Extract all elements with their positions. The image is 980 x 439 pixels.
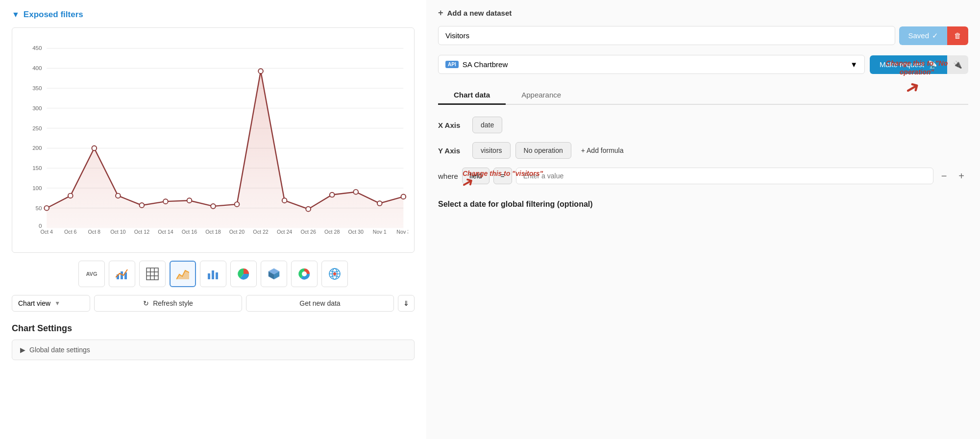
svg-rect-61 <box>208 273 210 279</box>
chart-type-bar-line-btn[interactable] <box>109 261 135 287</box>
tab-chart-data[interactable]: Chart data <box>438 86 506 104</box>
delete-button[interactable]: 🗑 <box>947 26 968 45</box>
svg-rect-63 <box>216 272 218 279</box>
svg-text:Oct 10: Oct 10 <box>110 229 125 235</box>
make-request-label: Make request <box>880 60 924 69</box>
refresh-label: Refresh style <box>153 299 193 307</box>
chart-view-label: Chart view <box>18 299 50 307</box>
add-condition-btn[interactable]: + <box>955 169 968 184</box>
chart-svg: 450 400 350 300 250 200 150 100 50 0 <box>18 36 408 242</box>
svg-text:Oct 30: Oct 30 <box>348 229 364 235</box>
svg-point-23 <box>116 194 121 198</box>
donut-icon <box>298 268 311 280</box>
chevron-double-down-icon: ⇓ <box>403 299 409 307</box>
chart-type-area-btn[interactable] <box>170 261 196 287</box>
y-axis-row: Y Axis visitors No operation + Add formu… <box>438 142 968 159</box>
chart-view-select[interactable]: Chart view ▼ <box>12 295 90 312</box>
x-axis-value: date <box>481 121 494 129</box>
equals-label: = <box>501 172 505 180</box>
request-options-button[interactable]: 🔌 <box>947 55 968 74</box>
svg-text:Oct 16: Oct 16 <box>182 229 197 235</box>
chart-type-avg-btn[interactable]: AVG <box>78 261 105 287</box>
globe-icon <box>328 268 341 280</box>
svg-text:Oct 18: Oct 18 <box>205 229 220 235</box>
make-request-group: Make request 📡 🔌 <box>870 55 968 74</box>
where-label: where <box>438 172 458 180</box>
svg-point-30 <box>282 198 287 203</box>
global-date-settings[interactable]: ▶ Global date settings <box>12 340 415 360</box>
annotation-arrow-icon: ➜ <box>902 76 923 99</box>
exposed-filters-title[interactable]: Exposed filters <box>24 10 83 20</box>
x-axis-label: X Axis <box>438 121 467 129</box>
chevron-down-icon: ▼ <box>54 300 60 307</box>
saved-button[interactable]: Saved ✓ <box>899 26 947 45</box>
chevron-right-icon: ▶ <box>20 346 25 354</box>
add-formula-btn[interactable]: + Add formula <box>576 143 629 158</box>
get-new-data-button[interactable]: Get new data <box>246 295 394 312</box>
svg-rect-62 <box>212 270 214 279</box>
chart-type-bar-btn[interactable] <box>200 261 226 287</box>
chart-data-section: X Axis date Y Axis visitors No operation… <box>438 117 968 209</box>
svg-text:0: 0 <box>39 222 42 229</box>
svg-text:Oct 6: Oct 6 <box>64 229 77 235</box>
exposed-filters-header: ▼ Exposed filters <box>12 10 415 20</box>
dataset-name-input[interactable] <box>438 26 895 45</box>
svg-text:200: 200 <box>32 145 42 151</box>
chart-type-table-btn[interactable] <box>139 261 166 287</box>
wifi-icon: 📡 <box>928 60 937 69</box>
api-source-row: API SA Chartbrew ▼ Make request 📡 🔌 <box>438 55 968 74</box>
refresh-style-button[interactable]: ↻ Refresh style <box>94 295 242 312</box>
svg-text:Oct 20: Oct 20 <box>229 229 245 235</box>
make-request-button[interactable]: Make request 📡 <box>870 55 947 74</box>
svg-point-34 <box>377 201 382 206</box>
value-input[interactable] <box>516 168 933 184</box>
svg-text:Oct 12: Oct 12 <box>134 229 149 235</box>
plug-icon: 🔌 <box>953 60 962 69</box>
svg-marker-19 <box>47 71 403 228</box>
global-date-label: Global date settings <box>29 346 90 354</box>
chart-type-3d-btn[interactable] <box>261 261 287 287</box>
filter-icon: ▼ <box>12 10 20 19</box>
checkmark-icon: ✓ <box>932 31 938 40</box>
pie-icon <box>237 268 250 280</box>
chart-type-buttons: AVG <box>12 261 415 287</box>
svg-point-31 <box>306 207 311 212</box>
avg-label: AVG <box>86 271 97 277</box>
x-axis-row: X Axis date <box>438 117 968 133</box>
svg-text:50: 50 <box>36 205 42 211</box>
svg-point-35 <box>401 195 406 199</box>
svg-text:Oct 8: Oct 8 <box>88 229 101 235</box>
svg-point-29 <box>258 69 263 73</box>
chart-type-pie-btn[interactable] <box>230 261 257 287</box>
tabs-row: Chart data Appearance Change this to "No… <box>438 86 968 105</box>
svg-point-20 <box>44 206 49 211</box>
dataset-row: Saved ✓ 🗑 <box>438 26 968 45</box>
area-icon <box>176 268 189 280</box>
field-label: field <box>469 172 482 180</box>
field-btn[interactable]: field <box>462 168 490 184</box>
x-axis-value-btn[interactable]: date <box>472 117 502 133</box>
table-icon <box>146 268 159 280</box>
trash-icon: 🗑 <box>954 31 961 40</box>
chart-container: 450 400 350 300 250 200 150 100 50 0 <box>12 27 415 253</box>
chart-type-donut-btn[interactable] <box>291 261 318 287</box>
remove-condition-btn[interactable]: − <box>937 169 951 184</box>
svg-point-71 <box>302 271 307 276</box>
where-row: where field = − + <box>438 168 968 184</box>
equals-btn[interactable]: = <box>493 168 512 184</box>
svg-text:400: 400 <box>32 65 42 71</box>
y-axis-value-btn[interactable]: visitors <box>472 142 511 159</box>
tab-appearance[interactable]: Appearance <box>506 86 577 104</box>
no-operation-btn[interactable]: No operation <box>515 142 571 159</box>
api-source-select[interactable]: API SA Chartbrew ▼ <box>438 55 865 74</box>
api-chevron-icon: ▼ <box>850 60 858 69</box>
svg-text:Oct 24: Oct 24 <box>277 229 292 235</box>
chart-type-globe-btn[interactable] <box>321 261 348 287</box>
get-data-options-button[interactable]: ⇓ <box>398 295 415 312</box>
svg-rect-55 <box>147 268 158 280</box>
saved-delete-group: Saved ✓ 🗑 <box>899 26 968 45</box>
global-filtering-title: Select a date for global filtering (opti… <box>438 200 968 209</box>
svg-text:Nov 3: Nov 3 <box>396 229 408 235</box>
bar-icon <box>207 268 220 280</box>
y-axis-label: Y Axis <box>438 146 467 155</box>
